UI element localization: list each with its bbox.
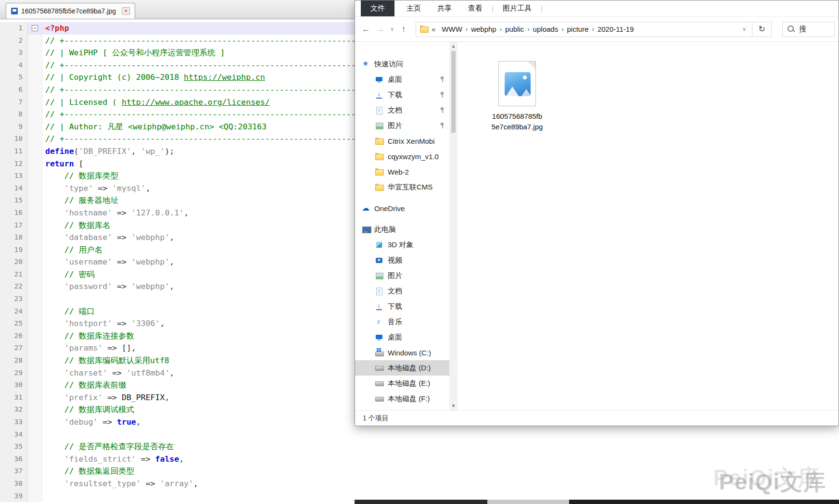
editor-tab[interactable]: 16057568785fb5e7ce89ba7.jpg ×	[6, 3, 135, 19]
line-number: 28	[0, 354, 28, 367]
sidebar-item-label: 桌面	[388, 333, 402, 342]
sidebar-item-1[interactable]: 桌面	[355, 72, 449, 87]
sidebar-item-14[interactable]: 文档	[355, 283, 449, 299]
code-token: 'charset'	[64, 368, 107, 378]
code-token: ,	[131, 147, 141, 156]
code-token: // 端口	[64, 307, 95, 316]
fold-margin	[28, 158, 42, 170]
pc-icon	[362, 226, 370, 234]
menu-item[interactable]: 主页	[398, 0, 429, 16]
sidebar-item-label: 下载	[388, 90, 402, 100]
sidebar-item-15[interactable]: 下载	[355, 299, 449, 314]
breadcrumb-item[interactable]: picture	[564, 25, 592, 33]
code-token: 'params'	[64, 343, 102, 353]
breadcrumb-item[interactable]: uploads	[530, 25, 561, 33]
menu-item[interactable]: 共享	[429, 0, 460, 16]
sidebar-item-label: Citrix XenMobi	[388, 137, 435, 145]
up-icon[interactable]: ↑	[396, 25, 411, 34]
sidebar-item-11[interactable]: 3D 对象	[355, 237, 449, 252]
file-list: 16057568785fb 5e7ce89ba7.jpg	[458, 42, 839, 410]
code-token	[45, 331, 64, 340]
scroll-up-icon[interactable]	[451, 43, 456, 50]
code-line[interactable]: 35 // 是否严格检查字段是否存在	[0, 441, 839, 453]
sidebar-item-18[interactable]: Windows (C:)	[355, 345, 449, 360]
menu-picture-tools[interactable]: 图片工具	[495, 0, 540, 16]
sidebar-item-0[interactable]: 快速访问	[355, 56, 449, 72]
sidebar-item-3[interactable]: 文档	[355, 102, 449, 118]
breadcrumb-item[interactable]: WWW	[439, 25, 465, 33]
line-number: 33	[0, 416, 28, 428]
fold-margin	[28, 478, 42, 490]
scroll-down-icon[interactable]	[451, 403, 456, 409]
video-icon	[375, 256, 383, 265]
code-line[interactable]: 38 'resultset_type' => 'array',	[0, 478, 839, 490]
sidebar-item-2[interactable]: 下载	[355, 87, 449, 102]
fold-margin	[28, 453, 42, 466]
tab-close-icon[interactable]: ×	[122, 7, 130, 15]
menu-file[interactable]: 文件	[361, 0, 394, 16]
code-token: http://www.apache.org/licenses/	[122, 98, 270, 107]
fold-margin: −	[28, 22, 42, 35]
code-token: // | Copyright (c) 2006~2018	[45, 73, 184, 82]
fold-margin	[28, 207, 42, 219]
sidebar-item-6[interactable]: cqyxwzym_v1.0	[355, 149, 449, 164]
ribbon-menu: 文件 主页共享查看 | 图片工具 |	[355, 0, 839, 17]
sidebar-item-12[interactable]: 视频	[355, 252, 449, 268]
code-token: // 数据库名	[64, 221, 111, 230]
breadcrumb-item[interactable]: webphp	[468, 25, 499, 33]
sidebar-item-4[interactable]: 图片	[355, 118, 449, 133]
sidebar-scrollbar[interactable]	[449, 42, 458, 410]
scroll-thumb[interactable]	[451, 51, 456, 133]
code-token: =>	[112, 257, 131, 266]
breadcrumb-items: WWW›webphp›public›uploads›picture›2020-1…	[439, 25, 737, 33]
sidebar-item-10[interactable]: 此电脑	[355, 222, 449, 237]
code-token: =>	[98, 417, 117, 427]
sidebar-item-7[interactable]: Web-2	[355, 164, 449, 179]
fold-margin	[28, 256, 42, 268]
history-chevron-icon[interactable]: ∨	[388, 26, 396, 32]
file-item[interactable]: 16057568785fb 5e7ce89ba7.jpg	[485, 61, 549, 132]
code-line[interactable]: 34	[0, 428, 839, 441]
code-token	[45, 442, 64, 451]
breadcrumb-overflow-icon[interactable]: «	[432, 25, 435, 33]
sidebar-item-19[interactable]: 本地磁盘 (D:)	[355, 360, 449, 376]
breadcrumb-item[interactable]: 2020-11-19	[595, 25, 637, 33]
code-token: =>	[112, 208, 131, 217]
fold-marker-icon[interactable]: −	[32, 25, 38, 31]
line-number: 17	[0, 219, 28, 232]
search-box[interactable]: 搜	[782, 22, 835, 37]
sidebar-item-9[interactable]: OneDrive	[355, 201, 449, 216]
back-icon[interactable]: ←	[359, 25, 373, 34]
code-token	[45, 319, 64, 328]
address-dropdown-icon[interactable]: ∨	[740, 26, 748, 32]
nav-pane-list: 快速访问桌面下载文档图片Citrix XenMobicqyxwzym_v1.0W…	[355, 42, 449, 410]
code-token: 'wp_'	[141, 147, 165, 156]
code-token: ,	[179, 454, 184, 464]
forward-icon[interactable]: →	[373, 25, 388, 34]
sidebar-item-label: 图片	[388, 121, 402, 130]
code-token	[45, 343, 64, 353]
code-line[interactable]: 37 // 数据集返回类型	[0, 465, 839, 478]
code-line[interactable]: 36 'fields_strict' => false,	[0, 453, 839, 466]
sidebar-item-20[interactable]: 本地磁盘 (E:)	[355, 376, 449, 391]
breadcrumb-item[interactable]: public	[502, 25, 527, 33]
code-token: 'hostport'	[64, 319, 112, 328]
sidebar-item-8[interactable]: 华宜互联CMS	[355, 179, 449, 195]
line-number: 4	[0, 59, 28, 72]
sidebar-item-17[interactable]: 桌面	[355, 329, 449, 345]
menu-item[interactable]: 查看	[460, 0, 491, 16]
fold-margin	[28, 342, 42, 354]
fold-margin	[28, 182, 42, 195]
line-number: 37	[0, 465, 28, 478]
sidebar-item-13[interactable]: 图片	[355, 268, 449, 283]
line-number: 11	[0, 145, 28, 158]
refresh-icon[interactable]: ↻	[752, 22, 772, 37]
sidebar-item-5[interactable]: Citrix XenMobi	[355, 133, 449, 149]
fold-margin	[28, 133, 42, 145]
sidebar-item-16[interactable]: 音乐	[355, 314, 449, 329]
sidebar-item-21[interactable]: 本地磁盘 (F:)	[355, 391, 449, 406]
code-text: 'fields_strict' => false,	[42, 453, 839, 466]
address-bar[interactable]: « WWW›webphp›public›uploads›picture›2020…	[416, 22, 752, 37]
onedrive-icon	[362, 204, 370, 213]
code-token: 'resultset_type'	[64, 479, 141, 488]
